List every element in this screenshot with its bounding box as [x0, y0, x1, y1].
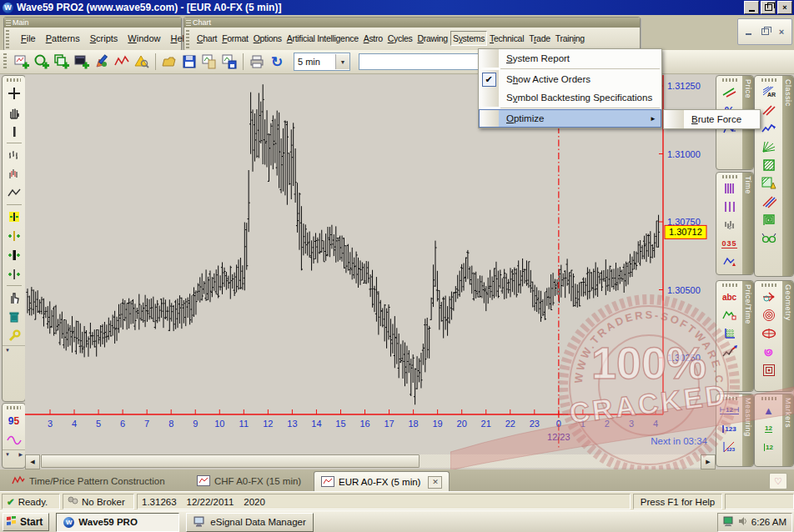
menu-item-trade[interactable]: Trade — [526, 31, 553, 46]
tab-time-price-pattern-construction[interactable]: Time/Price Pattern Construction — [5, 472, 172, 490]
grid-tool-icon[interactable] — [721, 324, 738, 343]
count-95-tool-icon[interactable]: 95 — [5, 412, 23, 429]
text-label-icon[interactable]: abc — [721, 288, 738, 306]
time-swing-icon[interactable] — [721, 253, 738, 271]
bar-number-marker-icon[interactable]: 12 — [761, 438, 777, 456]
scroll-down-icon[interactable]: ▼ — [5, 348, 10, 353]
concentric-squares-icon[interactable] — [761, 361, 777, 379]
chart-horizontal-scrollbar[interactable]: ◀ ▶ — [25, 454, 716, 468]
pan-hand-tool-icon[interactable] — [5, 103, 23, 121]
menu-item-options[interactable]: Options — [251, 31, 284, 46]
start-button[interactable]: Start — [3, 513, 49, 531]
multi-slash-icon[interactable] — [761, 193, 777, 211]
print-icon[interactable] — [247, 52, 267, 72]
interval-combobox[interactable]: 5 min ▼ — [294, 53, 350, 71]
menu-item-system-report[interactable]: System Report — [479, 49, 661, 68]
alert-box-icon[interactable] — [761, 174, 777, 193]
parallel-red-icon[interactable] — [761, 101, 777, 119]
pattern-tool-icon[interactable] — [112, 52, 132, 72]
zigzag-tool-icon[interactable] — [5, 184, 23, 202]
menu-item-cycles[interactable]: Cycles — [385, 31, 415, 46]
menu-item-patterns[interactable]: Patterns — [41, 31, 85, 46]
volume-icon[interactable] — [738, 516, 748, 528]
menu-item-drawing[interactable]: Drawing — [415, 31, 450, 46]
symbol-input[interactable] — [359, 53, 489, 70]
export-chart-icon[interactable] — [219, 52, 239, 72]
expand-bar-tool-icon[interactable] — [5, 208, 23, 225]
close-button[interactable]: × — [777, 1, 792, 14]
time-counts-icon[interactable]: 035 — [721, 234, 738, 253]
measure-height-icon[interactable]: 123 — [721, 419, 738, 438]
toolbar-grip[interactable] — [3, 53, 7, 70]
cycle-tool-icon[interactable] — [5, 431, 23, 449]
time-lines-1-icon[interactable] — [721, 179, 738, 198]
menu-item-optimize[interactable]: Optimize► — [479, 109, 661, 128]
pattern-bars-tool-icon[interactable] — [5, 165, 23, 183]
new-console-icon[interactable] — [72, 52, 92, 72]
arrow-circle-icon[interactable] — [761, 288, 777, 306]
arrow-marker-icon[interactable]: ▲ — [761, 401, 777, 419]
menu-item-technical[interactable]: Technical — [487, 31, 526, 46]
edit-bar-tool-icon[interactable] — [5, 246, 23, 263]
menu-item-scripts[interactable]: Scripts — [85, 31, 123, 46]
crosshair-tool-icon[interactable] — [5, 84, 23, 102]
mdi-restore-button[interactable] — [759, 27, 771, 37]
panel-grip[interactable] — [7, 78, 21, 82]
menu-item-training[interactable]: Training — [553, 31, 587, 46]
new-layout-icon[interactable] — [52, 52, 72, 72]
refresh-icon[interactable]: ↻ — [267, 52, 287, 72]
scrollbar-thumb[interactable] — [41, 454, 420, 468]
minimize-button[interactable] — [744, 1, 759, 14]
time-bars-icon[interactable] — [721, 216, 738, 234]
spiral-icon[interactable] — [761, 343, 777, 361]
trend-arrow-icon[interactable] — [721, 343, 738, 361]
number-marker-icon[interactable]: 12 — [761, 419, 777, 438]
measure-width-icon[interactable]: ⊢12⊣ — [721, 401, 738, 419]
bar-cursor-tool-icon[interactable] — [5, 123, 23, 140]
gann-fan-icon[interactable] — [761, 138, 777, 156]
mdi-close-button[interactable]: × — [776, 27, 787, 37]
tab-close-icon[interactable]: ✕ — [428, 476, 442, 489]
mdi-minimize-button[interactable] — [742, 27, 754, 37]
insert-bar-tool-icon[interactable] — [5, 227, 23, 244]
scroll-down-icon[interactable]: ▼ — [5, 452, 10, 457]
measure-angle-icon[interactable]: 123 — [721, 438, 738, 456]
menu-item-file[interactable]: File — [16, 31, 41, 46]
taskbar-button-esignal-data-manager[interactable]: eSignal Data Manager — [186, 513, 313, 532]
concentric-circles-icon[interactable] — [761, 306, 777, 324]
trend-channel-icon[interactable] — [721, 83, 738, 101]
open-folder-icon[interactable] — [159, 52, 179, 72]
menu-item-chart[interactable]: Chart — [194, 31, 219, 46]
menu-item-symbol-backtesting-specifications[interactable]: Symbol Backtesting Specifications — [479, 88, 661, 107]
chart-area[interactable]: 3456789101112131415161718192021222301234… — [25, 75, 716, 456]
new-shape-icon[interactable] — [32, 52, 52, 72]
menu-item-format[interactable]: Format — [219, 31, 250, 46]
time-lines-2-icon[interactable] — [721, 198, 738, 216]
menu-item-window[interactable]: Window — [123, 31, 165, 46]
menu-item-astro[interactable]: Astro — [361, 31, 385, 46]
edit-colors-icon[interactable] — [92, 52, 112, 72]
tab-chf-a0-fx-15-min-[interactable]: CHF A0-FX (15 min) — [190, 472, 308, 490]
wave-arrows-icon[interactable] — [761, 119, 777, 138]
hatch-box-icon[interactable] — [761, 156, 777, 174]
tab-eur-a0-fx-5-min-[interactable]: EUR A0-FX (5 min)✕ — [314, 471, 450, 492]
menu-item-artificial-intelligence[interactable]: Artificial Intelligence — [284, 31, 361, 46]
scrollbar-track[interactable] — [40, 454, 701, 468]
alert-wizard-icon[interactable] — [132, 52, 152, 72]
copy-chart-icon[interactable] — [199, 52, 219, 72]
scroll-left-icon[interactable]: ◀ — [25, 454, 40, 469]
peak-marker-icon[interactable] — [721, 306, 738, 324]
square-spiral-icon[interactable] — [761, 211, 777, 229]
save-icon[interactable] — [179, 52, 199, 72]
menu-item-show-active-orders[interactable]: ✔Show Active Orders — [479, 70, 661, 88]
ellipse-cross-icon[interactable] — [761, 324, 777, 343]
select-hand-tool-icon[interactable] — [5, 289, 23, 306]
panel-grip[interactable] — [7, 406, 21, 409]
angles-ar-icon[interactable]: AR — [761, 83, 777, 101]
chevron-down-icon[interactable]: ▼ — [335, 54, 349, 69]
new-chart-icon[interactable] — [12, 52, 32, 72]
compress-bars-tool-icon[interactable] — [5, 146, 23, 163]
delete-bar-tool-icon[interactable] — [5, 265, 23, 283]
menu-item-systems[interactable]: Systems — [450, 31, 487, 46]
taskbar-button-wave59-pro[interactable]: WWave59 PRO — [56, 513, 179, 532]
